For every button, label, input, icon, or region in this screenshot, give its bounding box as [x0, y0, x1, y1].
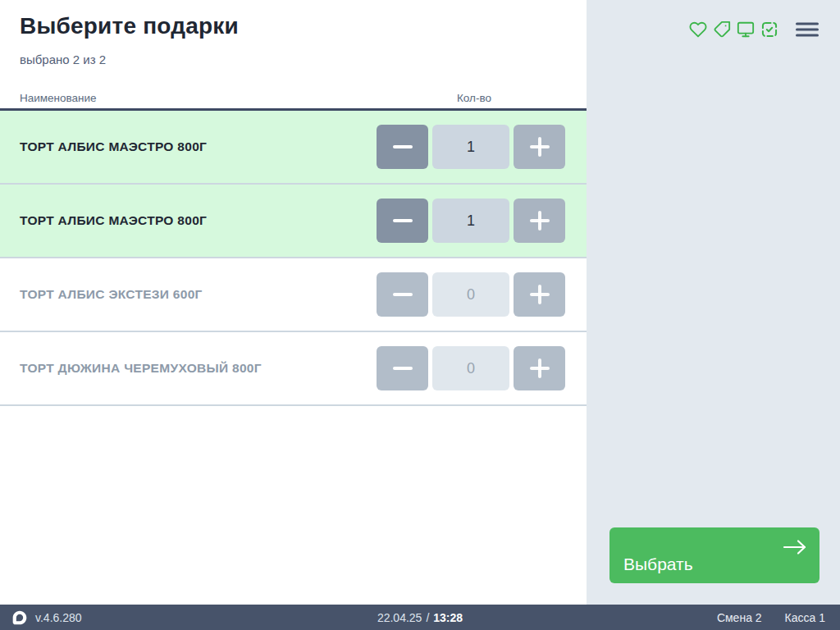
app-version: v.4.6.280 — [35, 611, 82, 624]
column-header-name: Наименование — [20, 92, 97, 104]
footer-time: 13:28 — [433, 611, 463, 624]
increase-button[interactable] — [514, 199, 565, 243]
tag-icon[interactable] — [713, 21, 731, 39]
column-header-qty: Кол-во — [457, 92, 491, 104]
heart-icon[interactable] — [689, 21, 707, 39]
scan-check-icon[interactable] — [760, 21, 778, 39]
quantity-value: 1 — [432, 125, 509, 169]
footer-date-separator: / — [426, 611, 429, 624]
footer-date: 22.04.25 — [377, 611, 422, 624]
minus-icon — [393, 145, 413, 148]
table-header: Наименование Кол-во — [0, 84, 587, 111]
monitor-icon[interactable] — [737, 21, 755, 39]
gift-row: ТОРТ ДЮЖИНА ЧЕРЕМУХОВЫЙ 800Г 0 — [0, 332, 587, 406]
selection-counter: выбрано 2 из 2 — [20, 52, 106, 66]
increase-button[interactable] — [514, 125, 565, 169]
quantity-value: 1 — [432, 199, 509, 243]
minus-icon — [393, 293, 413, 296]
quantity-value: 0 — [432, 346, 509, 390]
gift-name: ТОРТ АЛБИС МАЭСТРО 800Г — [20, 213, 207, 228]
status-icon-bar — [689, 21, 819, 39]
decrease-button[interactable] — [377, 125, 428, 169]
gift-name: ТОРТ ДЮЖИНА ЧЕРЕМУХОВЫЙ 800Г — [20, 361, 262, 376]
decrease-button[interactable] — [377, 346, 428, 390]
footer-right: Смена 2 Касса 1 — [717, 605, 825, 630]
quantity-stepper: 1 — [377, 125, 565, 169]
increase-button[interactable] — [514, 346, 565, 390]
minus-icon — [393, 367, 413, 370]
select-button[interactable]: Выбрать — [609, 527, 819, 583]
quantity-stepper: 0 — [377, 346, 565, 390]
quantity-stepper: 0 — [377, 272, 565, 317]
gift-selection-screen: Выберите подарки выбрано 2 из 2 Наименов… — [0, 0, 840, 630]
plus-icon — [530, 137, 550, 157]
gift-list-panel: Выберите подарки выбрано 2 из 2 Наименов… — [0, 0, 587, 605]
footer-left: v.4.6.280 — [11, 605, 82, 630]
decrease-button[interactable] — [377, 272, 428, 317]
app-logo-icon — [11, 609, 28, 626]
increase-button[interactable] — [514, 272, 565, 317]
status-bar: v.4.6.280 22.04.25 / 13:28 Смена 2 Касса… — [0, 605, 840, 630]
plus-icon — [530, 211, 550, 231]
plus-icon — [530, 358, 550, 378]
plus-icon — [530, 285, 550, 304]
quantity-value: 0 — [432, 272, 509, 317]
gift-name: ТОРТ АЛБИС ЭКСТЕЗИ 600Г — [20, 287, 203, 302]
right-sidebar: Выбрать — [587, 0, 840, 605]
register-label: Касса 1 — [785, 611, 825, 624]
gift-row: ТОРТ АЛБИС МАЭСТРО 800Г 1 — [0, 111, 587, 185]
footer-datetime: 22.04.25 / 13:28 — [377, 605, 463, 630]
select-button-label: Выбрать — [623, 555, 693, 574]
gift-rows: ТОРТ АЛБИС МАЭСТРО 800Г 1 ТОРТ АЛБИС МАЭ… — [0, 111, 587, 406]
gift-name: ТОРТ АЛБИС МАЭСТРО 800Г — [20, 139, 207, 154]
quantity-stepper: 1 — [377, 199, 565, 243]
shift-label: Смена 2 — [717, 611, 762, 624]
minus-icon — [393, 219, 413, 222]
page-title: Выберите подарки — [20, 13, 239, 39]
menu-icon[interactable] — [796, 21, 819, 39]
gift-row: ТОРТ АЛБИС МАЭСТРО 800Г 1 — [0, 185, 587, 258]
decrease-button[interactable] — [377, 199, 428, 243]
arrow-right-icon — [782, 538, 808, 559]
gift-row: ТОРТ АЛБИС ЭКСТЕЗИ 600Г 0 — [0, 258, 587, 332]
